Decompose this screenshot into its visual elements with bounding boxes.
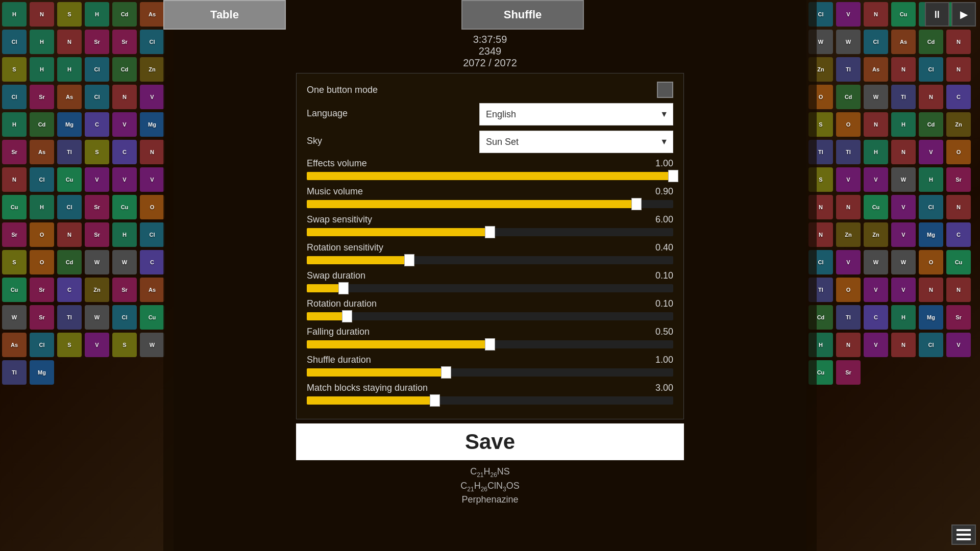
match-blocks-track [307, 396, 673, 405]
tile: Zn [864, 222, 888, 247]
tile: C [946, 85, 971, 109]
effects-volume-value: 1.00 [648, 158, 673, 169]
swap-duration-label: Swap duration [307, 270, 365, 281]
tile: Cl [864, 30, 888, 54]
tile: H [112, 222, 137, 247]
tile: Cl [919, 57, 943, 82]
language-label: Language [307, 108, 348, 119]
rotation-duration-thumb[interactable] [342, 310, 352, 322]
tile: N [946, 278, 971, 302]
tile: Cl [2, 85, 27, 109]
swap-sensitivity-thumb[interactable] [485, 226, 495, 238]
tile: Sr [85, 222, 109, 247]
tile: N [57, 222, 82, 247]
tile: Sr [2, 222, 27, 247]
tile: Sr [2, 140, 27, 164]
tile: Cl [85, 57, 109, 82]
music-volume-row: Music volume 0.90 [307, 186, 673, 208]
tile: N [891, 333, 916, 357]
shuffle-duration-track [307, 368, 673, 377]
tile: Cu [2, 278, 27, 302]
falling-duration-thumb[interactable] [485, 338, 495, 350]
tile: O [836, 112, 861, 137]
menu-button[interactable] [951, 524, 976, 545]
music-volume-fill [307, 200, 636, 208]
tile: Tl [2, 360, 27, 385]
tile: Tl [836, 305, 861, 330]
shuffle-button[interactable]: Shuffle [461, 0, 584, 30]
sky-select[interactable]: Sun Set Clear Night Dawn [479, 131, 673, 153]
one-button-mode-row: One button mode [307, 82, 673, 98]
tile: Tl [836, 140, 861, 164]
falling-duration-row: Falling duration 0.50 [307, 327, 673, 348]
tile: Cl [30, 333, 54, 357]
falling-duration-track [307, 340, 673, 348]
shuffle-duration-thumb[interactable] [441, 366, 451, 379]
tile: V [140, 85, 164, 109]
tile: Cl [919, 195, 943, 219]
swap-duration-thumb[interactable] [338, 282, 349, 294]
tile: Mg [30, 360, 54, 385]
tile: Tl [57, 305, 82, 330]
tile: N [836, 195, 861, 219]
tile: S [2, 250, 27, 274]
tile: As [140, 278, 164, 302]
tile: Sr [30, 278, 54, 302]
tile: Cl [30, 167, 54, 192]
tile: As [140, 2, 164, 27]
progress-display: 2072 / 2072 [463, 57, 517, 69]
tile: C [85, 112, 109, 137]
tile: H [85, 2, 109, 27]
tile: As [891, 30, 916, 54]
tile: N [140, 140, 164, 164]
tile: N [112, 85, 137, 109]
tile: C [140, 250, 164, 274]
tile: N [946, 57, 971, 82]
tile: V [864, 167, 888, 192]
tile: W [864, 85, 888, 109]
falling-duration-label: Falling duration [307, 327, 370, 337]
effects-volume-thumb[interactable] [668, 170, 678, 182]
effects-volume-fill [307, 172, 673, 180]
tile: Mg [919, 222, 943, 247]
pause-button[interactable]: ⏸ [925, 2, 949, 27]
tile: Cd [836, 85, 861, 109]
tile: As [2, 333, 27, 357]
rotation-sensitivity-fill [307, 256, 409, 264]
effects-volume-row: Effects volume 1.00 [307, 158, 673, 180]
music-volume-value: 0.90 [648, 186, 673, 197]
tile: N [864, 112, 888, 137]
top-bar: Table Shuffle [163, 0, 817, 30]
tile: W [2, 305, 27, 330]
one-button-mode-checkbox[interactable] [657, 82, 673, 98]
save-button[interactable]: Save [296, 423, 684, 460]
tile: C [112, 140, 137, 164]
tile: W [85, 305, 109, 330]
language-select[interactable]: English Spanish French German [479, 103, 673, 126]
tile: V [85, 333, 109, 357]
tile: N [919, 278, 943, 302]
rotation-duration-fill [307, 312, 347, 320]
tile: As [864, 57, 888, 82]
tile: N [946, 30, 971, 54]
tile: H [30, 57, 54, 82]
tile: Cl [85, 85, 109, 109]
music-volume-thumb[interactable] [631, 198, 642, 210]
tile: W [836, 30, 861, 54]
tile: W [864, 250, 888, 274]
rotation-sensitivity-thumb[interactable] [404, 254, 414, 266]
tile: V [112, 112, 137, 137]
table-button[interactable]: Table [163, 0, 286, 30]
tile: V [85, 167, 109, 192]
tile: Cu [891, 2, 916, 27]
one-button-mode-label: One button mode [307, 85, 378, 95]
tile: S [2, 57, 27, 82]
match-blocks-value: 3.00 [648, 383, 673, 393]
next-button[interactable]: ▶ [951, 2, 976, 27]
menu-line-3 [957, 538, 971, 540]
falling-duration-fill [307, 340, 490, 348]
rotation-sensitivity-label: Rotation sensitivity [307, 242, 383, 253]
match-blocks-thumb[interactable] [430, 394, 440, 407]
tile: Cu [2, 195, 27, 219]
tile: Cu [946, 250, 971, 274]
